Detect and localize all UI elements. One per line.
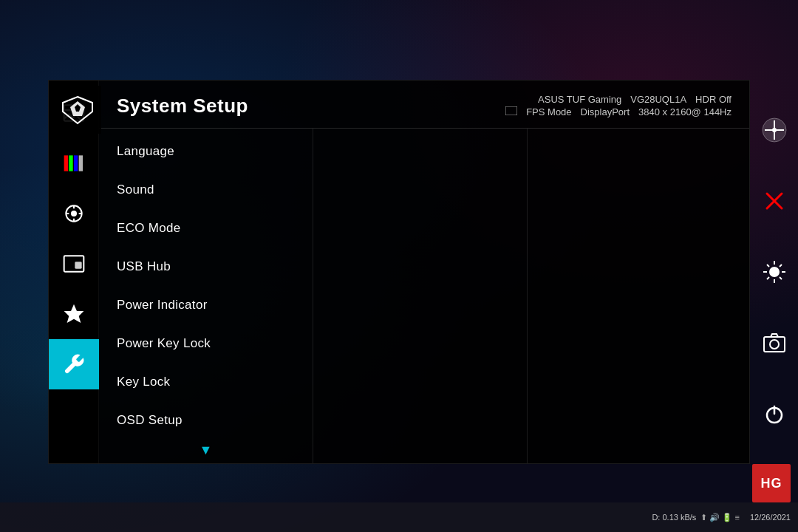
sidebar-item-system[interactable] [49, 339, 99, 389]
close-icon [761, 188, 788, 214]
sidebar-item-color[interactable] [49, 138, 99, 188]
fps-mode-icon [505, 106, 517, 117]
input-mode: FPS Mode [526, 106, 571, 117]
menu-item-language[interactable]: Language [99, 132, 313, 171]
svg-line-25 [780, 277, 782, 279]
taskbar-time: 12/26/2021 [750, 513, 791, 522]
svg-rect-12 [505, 106, 517, 115]
hg-text: HG [761, 476, 782, 491]
header-info-top: ASUS TUF Gaming VG28UQL1A HDR Off [538, 94, 732, 105]
header: System Setup ASUS TUF Gaming VG28UQL1A H… [99, 81, 749, 129]
svg-rect-6 [78, 155, 82, 171]
sidebar-item-favorite[interactable] [49, 289, 99, 339]
asus-tuf-logo-icon [60, 95, 95, 125]
svg-rect-3 [64, 155, 67, 171]
sidebar [49, 81, 99, 463]
scroll-down-arrow: ▼ [99, 440, 313, 461]
tray-icons: ⬆ 🔊 🔋 ≡ [700, 513, 740, 522]
sidebar-item-input[interactable] [49, 188, 99, 239]
svg-rect-4 [69, 155, 72, 171]
svg-point-19 [769, 267, 780, 277]
svg-point-29 [770, 340, 779, 349]
menu-left: Language Sound ECO Mode USB Hub Power In… [99, 129, 313, 463]
power-button[interactable] [758, 398, 791, 430]
menu-item-power-indicator[interactable]: Power Indicator [99, 286, 313, 324]
menu-item-sound[interactable]: Sound [99, 171, 313, 209]
menu-item-power-key-lock[interactable]: Power Key Lock [99, 324, 313, 363]
sidebar-item-pip[interactable] [49, 239, 99, 289]
svg-point-8 [71, 211, 77, 216]
navigate-button[interactable] [758, 114, 791, 146]
hg-watermark: HG [752, 464, 791, 502]
brightness-button[interactable] [758, 256, 791, 288]
pip-icon [62, 252, 86, 276]
camera-icon [761, 330, 788, 356]
right-controls [758, 80, 791, 464]
wrench-icon [62, 352, 86, 376]
header-info-bottom: FPS Mode DisplayPort 3840 x 2160@ 144Hz [505, 106, 732, 117]
osd-container: System Setup ASUS TUF Gaming VG28UQL1A H… [48, 80, 750, 464]
svg-marker-11 [64, 304, 83, 323]
camera-button[interactable] [758, 327, 791, 359]
svg-point-16 [772, 128, 777, 132]
menu-middle [313, 129, 528, 463]
brightness-icon [761, 259, 788, 285]
connection-type: DisplayPort [581, 106, 630, 117]
network-usage: D: 0.13 kB/s [652, 513, 696, 522]
menu-item-key-lock[interactable]: Key Lock [99, 363, 313, 401]
header-info: ASUS TUF Gaming VG28UQL1A HDR Off FPS Mo… [505, 94, 732, 117]
page-title: System Setup [117, 95, 248, 117]
monitor-model: ASUS TUF Gaming [538, 94, 621, 105]
taskbar: D: 0.13 kB/s ⬆ 🔊 🔋 ≡ 12/26/2021 [0, 502, 798, 532]
svg-line-27 [767, 277, 769, 279]
power-icon [761, 400, 788, 427]
star-icon [62, 302, 86, 326]
resolution: 3840 x 2160@ 144Hz [638, 106, 732, 117]
menu-item-eco-mode[interactable]: ECO Mode [99, 209, 313, 248]
navigate-icon [761, 117, 788, 143]
hdr-status: HDR Off [695, 94, 732, 105]
svg-rect-5 [74, 155, 78, 171]
menu-right [528, 129, 749, 463]
svg-line-26 [780, 265, 782, 267]
monitor-name: VG28UQL1A [630, 94, 686, 105]
close-button[interactable] [758, 185, 791, 217]
svg-rect-10 [75, 262, 81, 268]
menu-item-usb-hub[interactable]: USB Hub [99, 248, 313, 286]
color-icon [62, 151, 86, 175]
menu-item-osd-setup[interactable]: OSD Setup [99, 401, 313, 440]
menu-body: Language Sound ECO Mode USB Hub Power In… [99, 129, 749, 463]
content-area: System Setup ASUS TUF Gaming VG28UQL1A H… [99, 81, 749, 463]
svg-line-24 [767, 265, 769, 267]
input-icon [62, 202, 86, 225]
asus-logo [53, 86, 101, 134]
